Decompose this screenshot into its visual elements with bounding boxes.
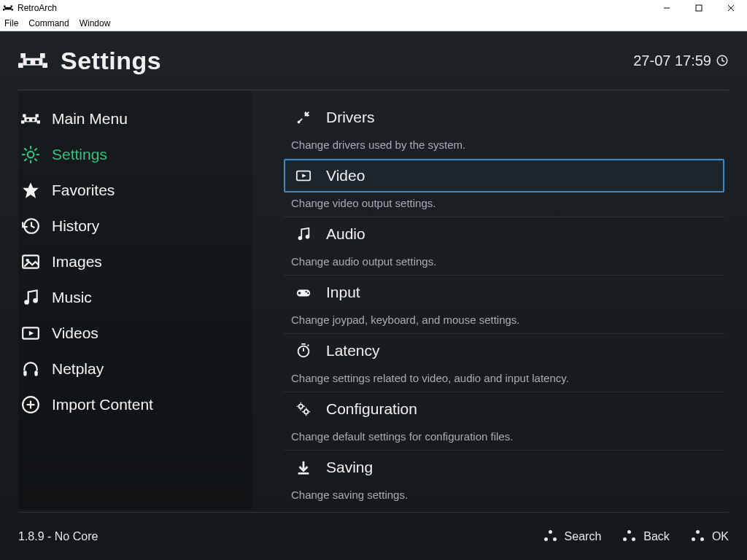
menu-file[interactable]: File [4, 18, 18, 28]
sidebar-item-import-content[interactable]: Import Content [18, 386, 252, 422]
sidebar-item-settings[interactable]: Settings [18, 136, 252, 172]
clock: 27-07 17:59 [633, 52, 729, 69]
star-icon [20, 179, 42, 201]
setting-description: Change video output settings. [284, 192, 724, 217]
setting-label: Saving [326, 459, 373, 476]
sidebar-item-netplay[interactable]: Netplay [18, 351, 252, 386]
music-icon [294, 225, 313, 244]
menu-window[interactable]: Window [80, 18, 111, 28]
sidebar-item-history[interactable]: History [18, 208, 252, 244]
sidebar-item-images[interactable]: Images [18, 244, 252, 279]
sidebar-item-label: Images [52, 253, 102, 271]
sidebar-item-label: Videos [52, 324, 98, 342]
svg-rect-53 [696, 5, 702, 11]
sidebar-item-label: Music [52, 289, 92, 306]
sidebar-item-label: Favorites [52, 182, 115, 199]
menu-command[interactable]: Command [28, 18, 69, 28]
dots-icon [623, 530, 636, 543]
download-icon [294, 458, 313, 477]
invader-icon [18, 46, 47, 75]
window-titlebar: RetroArch [0, 0, 747, 16]
gamepad-icon [294, 283, 313, 302]
plus-icon [20, 394, 42, 416]
footer: 1.8.9 - No Core SearchBackOK [18, 512, 729, 560]
sidebar-item-label: Netplay [52, 360, 104, 378]
headset-icon [20, 358, 42, 380]
setting-configuration[interactable]: Configuration [284, 392, 724, 426]
setting-label: Video [326, 167, 365, 184]
clock-text: 27-07 17:59 [633, 52, 711, 69]
sidebar-item-videos[interactable]: Videos [18, 315, 252, 351]
window-minimize-button[interactable] [651, 0, 683, 16]
gear-icon [20, 144, 42, 166]
sidebar-item-label: Main Menu [52, 110, 128, 128]
footer-action-label: OK [712, 530, 729, 543]
footer-ok-button[interactable]: OK [692, 530, 729, 543]
setting-description: Change settings related to video, audio … [284, 368, 724, 392]
app-icon [3, 3, 13, 13]
setting-label: Configuration [326, 400, 417, 418]
setting-saving[interactable]: Saving [284, 451, 724, 484]
video-icon [20, 322, 42, 344]
footer-action-label: Back [643, 530, 670, 543]
setting-label: Audio [326, 225, 365, 243]
settings-list: Drivers Change drivers used by the syste… [252, 90, 729, 509]
image-icon [20, 251, 42, 273]
setting-video[interactable]: Video [284, 159, 724, 192]
page-title: Settings [61, 47, 161, 75]
setting-label: Drivers [326, 109, 375, 126]
music-icon [20, 287, 42, 308]
app-header: Settings 27-07 17:59 [18, 31, 729, 90]
sidebar-item-favorites[interactable]: Favorites [18, 172, 252, 208]
setting-description: Change joypad, keyboard, and mouse setti… [284, 309, 724, 334]
history-icon [20, 215, 42, 237]
timer-icon [294, 341, 313, 360]
version-text: 1.8.9 - No Core [18, 530, 98, 543]
clock-icon [716, 54, 729, 67]
setting-description: Change audio output settings. [284, 251, 724, 276]
setting-input[interactable]: Input [284, 276, 724, 309]
footer-back-button[interactable]: Back [623, 530, 670, 543]
footer-action-label: Search [565, 530, 602, 543]
sidebar-item-main-menu[interactable]: Main Menu [18, 101, 252, 136]
setting-description: Change drivers used by the system. [284, 134, 724, 159]
menubar: File Command Window [0, 16, 747, 31]
window-title: RetroArch [18, 3, 57, 13]
video-icon [294, 166, 313, 185]
sidebar-item-music[interactable]: Music [18, 279, 252, 315]
setting-drivers[interactable]: Drivers [284, 101, 724, 134]
dots-icon [544, 530, 557, 543]
footer-search-button[interactable]: Search [544, 530, 602, 543]
sidebar-item-label: Settings [52, 146, 107, 163]
setting-label: Latency [326, 342, 380, 359]
setting-description: Change saving settings. [284, 484, 724, 508]
window-close-button[interactable] [715, 0, 747, 16]
setting-audio[interactable]: Audio [284, 217, 724, 251]
setting-description: Change default settings for configuratio… [284, 426, 724, 451]
sidebar-item-label: Import Content [52, 396, 153, 413]
sidebar-item-label: History [52, 217, 99, 235]
invader-icon [20, 108, 42, 130]
setting-label: Input [326, 284, 360, 301]
setting-latency[interactable]: Latency [284, 334, 724, 368]
sidebar: Main MenuSettingsFavoritesHistoryImagesM… [18, 90, 252, 509]
dots-icon [692, 530, 705, 543]
tools-icon [294, 108, 313, 127]
window-maximize-button[interactable] [683, 0, 715, 16]
gears-icon [294, 400, 313, 419]
